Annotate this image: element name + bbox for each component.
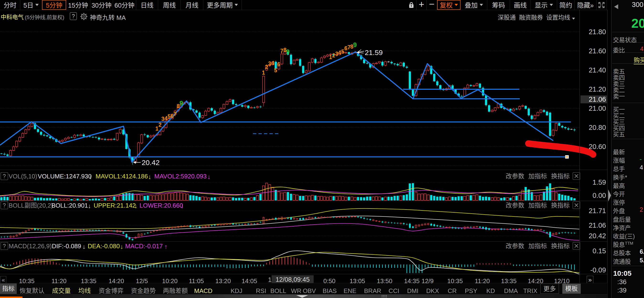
svg-text:7: 7 bbox=[174, 111, 177, 117]
svg-text:1: 1 bbox=[329, 54, 332, 60]
svg-text:-0.09: -0.09 bbox=[590, 266, 606, 274]
svg-text:BOLL副图(20,2): BOLL副图(20,2) bbox=[8, 202, 53, 209]
svg-text:0.00: 0.00 bbox=[593, 192, 606, 199]
svg-text:7: 7 bbox=[348, 44, 351, 51]
svg-text:↑: ↑ bbox=[164, 243, 168, 250]
svg-text:↓: ↓ bbox=[134, 202, 137, 209]
svg-text:6: 6 bbox=[171, 113, 174, 119]
svg-text:5: 5 bbox=[274, 67, 277, 73]
svg-text:加指标: 加指标 bbox=[528, 242, 547, 250]
svg-text:↓: ↓ bbox=[180, 202, 184, 209]
svg-text:改参数: 改参数 bbox=[506, 173, 524, 180]
svg-text:LOWER:20.660: LOWER:20.660 bbox=[140, 202, 183, 209]
svg-text:?: ? bbox=[3, 173, 6, 179]
svg-text:9: 9 bbox=[353, 41, 357, 49]
svg-text:UPPER:21.142: UPPER:21.142 bbox=[94, 202, 136, 209]
svg-text:↓: ↓ bbox=[82, 243, 86, 250]
svg-text:21.06: 21.06 bbox=[588, 95, 606, 103]
svg-text:21.06: 21.06 bbox=[588, 221, 606, 229]
svg-text:MACD(12,26,9): MACD(12,26,9) bbox=[8, 242, 52, 250]
svg-text:换指标: 换指标 bbox=[551, 202, 570, 209]
svg-text:3: 3 bbox=[336, 51, 338, 57]
svg-text:3: 3 bbox=[162, 116, 164, 122]
svg-text:20.60: 20.60 bbox=[588, 143, 606, 150]
svg-text:改参数: 改参数 bbox=[506, 242, 524, 250]
svg-text:MAVOL2:5920.093: MAVOL2:5920.093 bbox=[154, 173, 206, 180]
svg-text:换指标: 换指标 bbox=[551, 173, 570, 180]
svg-text:1: 1 bbox=[156, 126, 158, 132]
svg-text:MAVOL1:4124.186: MAVOL1:4124.186 bbox=[96, 173, 148, 180]
svg-text:21.71: 21.71 bbox=[588, 207, 606, 214]
svg-text:?: ? bbox=[3, 243, 6, 249]
svg-text:21.59: 21.59 bbox=[365, 49, 383, 57]
svg-text:2: 2 bbox=[332, 52, 336, 59]
svg-text:4: 4 bbox=[338, 50, 341, 56]
svg-text:加指标: 加指标 bbox=[528, 202, 547, 209]
svg-text:5: 5 bbox=[341, 49, 344, 55]
svg-text:20.80: 20.80 bbox=[588, 124, 606, 131]
svg-text:VOL(5,10): VOL(5,10) bbox=[8, 173, 37, 180]
svg-text:?: ? bbox=[3, 202, 6, 209]
svg-text:换指标: 换指标 bbox=[551, 242, 570, 250]
svg-text:20.42: 20.42 bbox=[142, 159, 160, 166]
svg-text:21.20: 21.20 bbox=[588, 85, 606, 93]
svg-text:VOLUME:1247.930: VOLUME:1247.930 bbox=[38, 173, 92, 180]
svg-text:6: 6 bbox=[344, 45, 348, 52]
svg-text:↓: ↓ bbox=[148, 173, 151, 180]
svg-text:7: 7 bbox=[280, 48, 284, 54]
svg-text:21.00: 21.00 bbox=[588, 105, 606, 112]
svg-text:0.15: 0.15 bbox=[593, 247, 606, 255]
svg-text:6: 6 bbox=[277, 61, 280, 68]
svg-text:3: 3 bbox=[268, 61, 271, 67]
svg-text:DIF:-0.089: DIF:-0.089 bbox=[52, 242, 81, 250]
svg-text:5: 5 bbox=[168, 113, 171, 120]
svg-text:1: 1 bbox=[262, 70, 265, 76]
svg-text:4: 4 bbox=[271, 60, 274, 66]
svg-text:↓: ↓ bbox=[89, 173, 92, 180]
svg-text:BOLL:20.901: BOLL:20.901 bbox=[51, 202, 88, 209]
svg-text:9: 9 bbox=[180, 100, 183, 107]
svg-text:↓: ↓ bbox=[120, 243, 123, 250]
svg-text:DEA:-0.080: DEA:-0.080 bbox=[88, 242, 120, 250]
svg-text:↓: ↓ bbox=[88, 202, 91, 209]
svg-text:2: 2 bbox=[265, 64, 268, 70]
svg-text:9: 9 bbox=[286, 48, 290, 56]
svg-text:20.42: 20.42 bbox=[588, 232, 606, 240]
svg-text:改参数: 改参数 bbox=[506, 202, 524, 209]
svg-text:21.80: 21.80 bbox=[588, 28, 606, 36]
svg-text:21.40: 21.40 bbox=[588, 66, 606, 74]
svg-text:4: 4 bbox=[164, 115, 168, 122]
svg-text:↓: ↓ bbox=[207, 173, 210, 180]
svg-text:MACD:-0.017: MACD:-0.017 bbox=[125, 242, 163, 250]
svg-text:21.60: 21.60 bbox=[588, 47, 606, 55]
svg-text:1.59: 1.59 bbox=[593, 178, 606, 186]
svg-text:2: 2 bbox=[158, 122, 162, 128]
svg-text:加指标: 加指标 bbox=[528, 173, 547, 180]
